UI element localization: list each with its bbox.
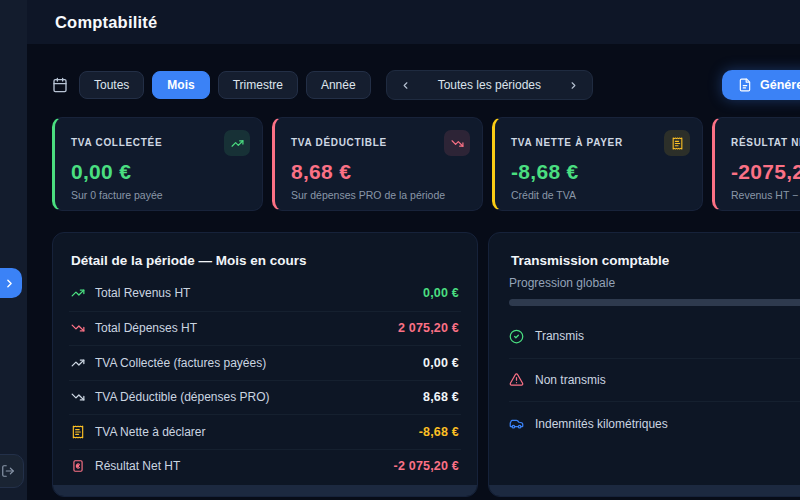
receipt-icon <box>71 425 85 439</box>
detail-row-label: Total Dépenses HT <box>95 321 398 335</box>
trending-down-icon <box>444 130 470 156</box>
calendar-icon <box>52 77 68 93</box>
sidebar-rail <box>0 0 27 500</box>
euro-receipt-icon <box>71 459 85 473</box>
panel-footer-strip <box>489 485 800 496</box>
kpi-title: RÉSULTAT NET HT <box>731 137 800 148</box>
transmission-panel-title: Transmission comptable <box>511 253 800 268</box>
file-text-icon <box>738 78 752 92</box>
kpi-card-tva-collectee: TVA COLLECTÉE 0,00 € Sur 0 facture payée <box>52 117 263 211</box>
detail-row-total-depenses: Total Dépenses HT 2 075,20 € <box>69 311 461 346</box>
kpi-subtitle: Sur dépenses PRO de la période <box>291 189 468 201</box>
accounting-dashboard: Comptabilité Toutes Mois Trimestre Année <box>0 0 800 500</box>
detail-panel-title: Détail de la période — Mois en cours <box>71 253 461 268</box>
detail-row-value: 8,68 € <box>423 390 459 404</box>
panel-footer-strip <box>53 485 477 496</box>
trending-down-icon <box>71 390 85 404</box>
detail-row-total-revenus: Total Revenus HT 0,00 € <box>69 276 461 311</box>
logout-button[interactable] <box>0 454 24 488</box>
detail-row-value: -2 075,20 € <box>394 459 459 473</box>
progress-label: Progression globale <box>509 276 800 290</box>
kpi-card-tva-nette: TVA NETTE À PAYER -8,68 € Crédit de TVA <box>492 117 703 211</box>
detail-row-tva-collectee: TVA Collectée (factures payées) 0,00 € <box>69 345 461 380</box>
kpi-value: 8,68 € <box>291 160 468 184</box>
period-prev-button[interactable] <box>393 76 418 95</box>
kpi-title: TVA DÉDUCTIBLE <box>291 137 468 148</box>
trending-up-icon <box>71 286 85 300</box>
page-title: Comptabilité <box>55 13 157 32</box>
detail-row-label: Total Revenus HT <box>95 286 423 300</box>
filter-bar: Toutes Mois Trimestre Année Toutes les p… <box>52 70 800 100</box>
chevron-right-icon <box>568 80 579 91</box>
transmission-row-label: Indemnités kilométriques <box>535 417 668 431</box>
period-label: Toutes les périodes <box>438 78 541 92</box>
trending-up-icon <box>224 130 250 156</box>
check-circle-icon <box>509 329 524 344</box>
kpi-subtitle: Crédit de TVA <box>511 189 688 201</box>
alert-triangle-icon <box>509 372 524 387</box>
kpi-value: -2075,20 € <box>731 160 800 184</box>
transmission-row-label: Non transmis <box>535 373 606 387</box>
content-area: Toutes Mois Trimestre Année Toutes les p… <box>27 44 800 500</box>
transmission-panel: Transmission comptable Progression globa… <box>488 232 800 497</box>
kpi-value: -8,68 € <box>511 160 688 184</box>
logout-icon <box>1 464 15 478</box>
detail-row-value: 0,00 € <box>423 356 459 370</box>
progress-bar <box>509 299 800 306</box>
receipt-icon <box>664 130 690 156</box>
kpi-subtitle: Revenus HT − Dépenses <box>731 189 800 201</box>
chevron-left-icon <box>400 80 411 91</box>
transmission-row-indemnites[interactable]: Indemnités kilométriques <box>509 402 800 446</box>
kpi-cards-row: TVA COLLECTÉE 0,00 € Sur 0 facture payée… <box>52 117 800 211</box>
trending-down-icon <box>71 321 85 335</box>
kpi-value: 0,00 € <box>71 160 248 184</box>
detail-row-label: TVA Nette à déclarer <box>95 425 419 439</box>
kpi-title: TVA COLLECTÉE <box>71 137 248 148</box>
car-icon <box>509 416 524 431</box>
filter-mois-button[interactable]: Mois <box>152 71 209 99</box>
detail-row-label: TVA Collectée (factures payées) <box>95 356 423 370</box>
period-detail-panel: Détail de la période — Mois en cours Tot… <box>52 232 478 497</box>
sidebar-expand-button[interactable] <box>0 268 22 298</box>
generate-export-label: Générer l'export <box>760 78 800 92</box>
transmission-row-transmis[interactable]: Transmis <box>509 315 800 359</box>
transmission-row-label: Transmis <box>535 329 584 343</box>
detail-row-resultat-net: Résultat Net HT -2 075,20 € <box>69 449 461 484</box>
chevron-right-icon <box>3 277 16 290</box>
kpi-subtitle: Sur 0 facture payée <box>71 189 248 201</box>
detail-row-label: Résultat Net HT <box>95 459 394 473</box>
trending-up-icon <box>71 356 85 370</box>
detail-row-tva-deductible: TVA Déductible (dépenses PRO) 8,68 € <box>69 380 461 415</box>
panels-row: Détail de la période — Mois en cours Tot… <box>52 232 800 497</box>
detail-row-value: 2 075,20 € <box>398 321 459 335</box>
kpi-title: TVA NETTE À PAYER <box>511 137 688 148</box>
main-area: Comptabilité Toutes Mois Trimestre Année <box>27 0 800 500</box>
period-selector: Toutes les périodes <box>386 70 593 100</box>
transmission-rows: Transmis Non transmis Inde <box>509 315 800 446</box>
filter-toutes-button[interactable]: Toutes <box>79 71 144 99</box>
top-bar: Comptabilité <box>27 0 800 44</box>
detail-row-value: 0,00 € <box>423 286 459 300</box>
kpi-card-resultat-net: RÉSULTAT NET HT -2075,20 € Revenus HT − … <box>712 117 800 211</box>
filter-trimestre-button[interactable]: Trimestre <box>218 71 298 99</box>
detail-row-label: TVA Déductible (dépenses PRO) <box>95 390 423 404</box>
kpi-card-tva-deductible: TVA DÉDUCTIBLE 8,68 € Sur dépenses PRO d… <box>272 117 483 211</box>
period-next-button[interactable] <box>561 76 586 95</box>
generate-export-button[interactable]: Générer l'export <box>722 70 800 100</box>
detail-row-value: -8,68 € <box>419 425 459 439</box>
detail-row-tva-nette: TVA Nette à déclarer -8,68 € <box>69 414 461 449</box>
transmission-row-non-transmis[interactable]: Non transmis <box>509 359 800 403</box>
filter-annee-button[interactable]: Année <box>306 71 371 99</box>
